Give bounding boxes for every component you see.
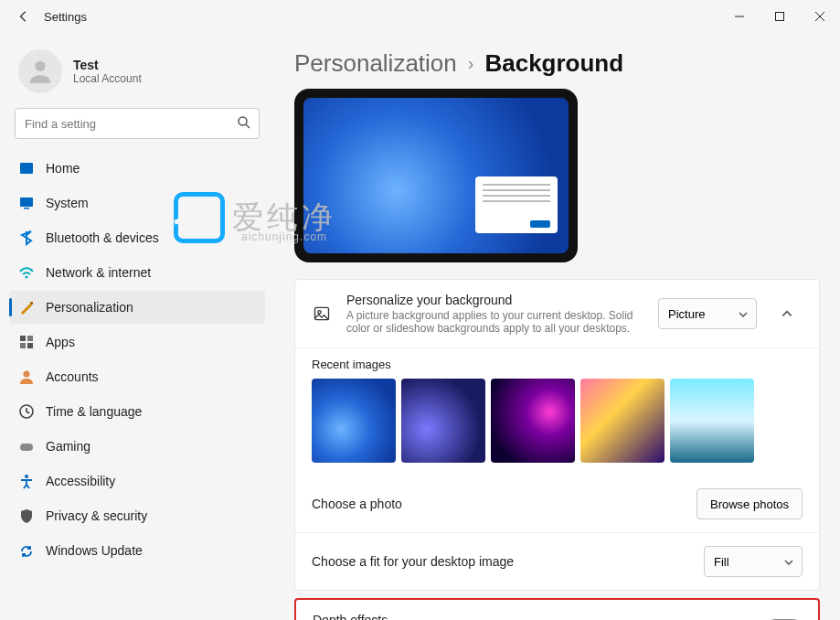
search-wrap bbox=[15, 108, 260, 139]
recent-thumb-1[interactable] bbox=[401, 379, 485, 463]
personalize-card: Personalize your background A picture ba… bbox=[294, 279, 820, 591]
sidebar-item-home[interactable]: Home bbox=[9, 152, 265, 185]
sidebar-item-update[interactable]: Windows Update bbox=[9, 534, 265, 567]
breadcrumb: Personalization › Background bbox=[294, 49, 820, 78]
recent-thumb-4[interactable] bbox=[670, 379, 754, 463]
gaming-icon bbox=[18, 438, 35, 454]
search-input[interactable] bbox=[15, 108, 260, 139]
user-name: Test bbox=[73, 58, 142, 72]
svg-point-17 bbox=[25, 475, 28, 478]
sidebar-item-label: Apps bbox=[46, 335, 75, 349]
sidebar-item-label: Time & language bbox=[46, 404, 142, 419]
choose-photo-label: Choose a photo bbox=[312, 497, 682, 511]
sidebar-item-apps[interactable]: Apps bbox=[9, 326, 265, 358]
svg-rect-6 bbox=[20, 198, 33, 207]
home-icon bbox=[18, 160, 35, 176]
personalize-title: Personalize your background bbox=[346, 293, 643, 307]
sidebar-item-label: Home bbox=[46, 161, 80, 176]
depth-effects-card: Depth effects When available, use AI to … bbox=[294, 598, 820, 620]
sidebar-item-label: Privacy & security bbox=[46, 508, 147, 523]
svg-point-3 bbox=[239, 117, 247, 125]
accounts-icon bbox=[18, 369, 35, 385]
sidebar-item-gaming[interactable]: Gaming bbox=[9, 430, 265, 463]
svg-point-2 bbox=[35, 61, 45, 71]
svg-rect-1 bbox=[776, 13, 784, 21]
bluetooth-icon bbox=[18, 230, 35, 246]
chevron-down-icon bbox=[783, 558, 794, 567]
maximize-button[interactable] bbox=[760, 0, 800, 33]
recent-images-block: Recent images bbox=[295, 348, 819, 476]
sidebar-item-accessibility[interactable]: Accessibility bbox=[9, 465, 265, 497]
choose-fit-row: Choose a fit for your desktop image Fill bbox=[295, 533, 819, 590]
sidebar-nav: HomeSystemBluetooth & devicesNetwork & i… bbox=[9, 152, 265, 567]
sidebar-item-personalization[interactable]: Personalization bbox=[9, 291, 265, 324]
titlebar: Settings bbox=[0, 0, 840, 33]
desktop-preview bbox=[294, 89, 578, 262]
svg-line-4 bbox=[246, 124, 250, 128]
recent-thumbs bbox=[312, 379, 803, 463]
privacy-icon bbox=[18, 508, 35, 524]
fit-value: Fill bbox=[714, 555, 729, 569]
svg-rect-9 bbox=[30, 302, 33, 305]
sidebar-item-label: Windows Update bbox=[46, 543, 143, 558]
recent-thumb-2[interactable] bbox=[491, 379, 575, 463]
apps-icon bbox=[18, 334, 35, 350]
sidebar-item-time[interactable]: Time & language bbox=[9, 395, 265, 428]
sidebar-item-label: Gaming bbox=[46, 439, 90, 454]
svg-point-19 bbox=[318, 311, 321, 314]
personalize-sub: A picture background applies to your cur… bbox=[346, 309, 643, 335]
back-button[interactable] bbox=[7, 0, 40, 33]
network-icon bbox=[18, 264, 35, 281]
chevron-up-icon bbox=[781, 307, 793, 320]
choose-fit-label: Choose a fit for your desktop image bbox=[312, 554, 689, 569]
minimize-button[interactable] bbox=[719, 0, 760, 33]
close-button[interactable] bbox=[800, 0, 840, 33]
svg-rect-5 bbox=[20, 163, 33, 174]
breadcrumb-parent[interactable]: Personalization bbox=[294, 49, 457, 78]
picture-icon bbox=[312, 304, 332, 324]
svg-rect-16 bbox=[20, 444, 33, 451]
recent-thumb-3[interactable] bbox=[580, 379, 665, 463]
sidebar-item-privacy[interactable]: Privacy & security bbox=[9, 499, 265, 532]
personalization-icon bbox=[18, 299, 35, 315]
personalize-row[interactable]: Personalize your background A picture ba… bbox=[295, 280, 819, 348]
time-icon bbox=[18, 403, 35, 420]
svg-rect-12 bbox=[20, 343, 26, 348]
recent-images-title: Recent images bbox=[312, 358, 803, 371]
chevron-right-icon: › bbox=[468, 53, 474, 74]
svg-point-14 bbox=[24, 371, 30, 378]
svg-rect-7 bbox=[24, 208, 29, 209]
recent-thumb-0[interactable] bbox=[312, 379, 396, 463]
main-content: Personalization › Background Personalize… bbox=[274, 33, 840, 620]
sidebar-item-label: Personalization bbox=[46, 300, 133, 315]
system-icon bbox=[18, 195, 35, 211]
select-value: Picture bbox=[668, 307, 705, 321]
background-type-select[interactable]: Picture bbox=[658, 298, 757, 329]
expand-button[interactable] bbox=[771, 298, 803, 329]
accessibility-icon bbox=[18, 473, 35, 489]
sidebar-item-label: Accounts bbox=[46, 369, 99, 384]
sidebar-item-bluetooth[interactable]: Bluetooth & devices bbox=[9, 221, 265, 254]
sidebar-item-accounts[interactable]: Accounts bbox=[9, 360, 265, 393]
sidebar-item-system[interactable]: System bbox=[9, 187, 265, 219]
chevron-down-icon bbox=[738, 310, 749, 319]
choose-photo-row: Choose a photo Browse photos bbox=[295, 476, 819, 533]
window-title: Settings bbox=[44, 10, 87, 24]
browse-photos-button[interactable]: Browse photos bbox=[696, 488, 803, 519]
depth-effects-title: Depth effects bbox=[313, 613, 728, 620]
depth-effects-row: Depth effects When available, use AI to … bbox=[296, 600, 818, 620]
sidebar-item-label: Bluetooth & devices bbox=[46, 230, 159, 245]
sidebar-item-label: Accessibility bbox=[46, 474, 115, 488]
window-controls bbox=[719, 0, 840, 33]
sidebar: Test Local Account HomeSystemBluetooth &… bbox=[0, 33, 274, 620]
user-block[interactable]: Test Local Account bbox=[9, 44, 265, 108]
svg-point-8 bbox=[26, 276, 28, 279]
page-title: Background bbox=[484, 49, 623, 78]
search-icon bbox=[236, 114, 252, 131]
sidebar-item-network[interactable]: Network & internet bbox=[9, 256, 265, 289]
avatar bbox=[18, 49, 62, 93]
fit-select[interactable]: Fill bbox=[704, 546, 803, 577]
sidebar-item-label: System bbox=[46, 196, 89, 210]
sidebar-item-label: Network & internet bbox=[46, 265, 151, 280]
svg-rect-11 bbox=[27, 336, 33, 341]
